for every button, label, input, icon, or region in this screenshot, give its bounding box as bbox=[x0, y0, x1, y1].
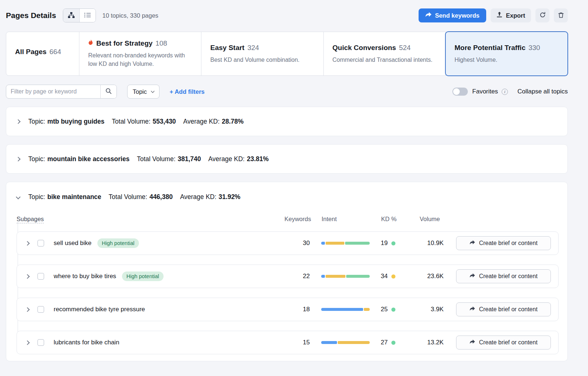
create-brief-label: Create brief or content bbox=[479, 240, 537, 246]
export-button[interactable]: Export bbox=[491, 8, 531, 22]
tab-head: Easy Start 324 bbox=[210, 44, 314, 52]
tab-quick-conversions[interactable]: Quick Conversions 524 Commercial and Tra… bbox=[323, 32, 446, 76]
refresh-button[interactable] bbox=[535, 8, 549, 22]
create-brief-button[interactable]: Create brief or content bbox=[456, 336, 551, 350]
subpage-name: recommended bike tyre pressure bbox=[54, 306, 145, 313]
subpages-column-header[interactable]: Subpages bbox=[17, 216, 44, 223]
tab-description: Relevant non-branded keywords with low K… bbox=[88, 51, 192, 68]
create-brief-label: Create brief or content bbox=[479, 339, 537, 346]
list-view-button[interactable] bbox=[79, 9, 96, 22]
tab-description: Best KD and Volume combination. bbox=[210, 56, 314, 64]
expand-row-button[interactable] bbox=[17, 232, 37, 255]
topic-label: Topic: bbox=[28, 193, 45, 201]
volume-value: 3.9K bbox=[415, 306, 444, 313]
search-button[interactable] bbox=[100, 85, 116, 98]
sitemap-view-icon bbox=[68, 12, 75, 19]
tab-best-for-strategy[interactable]: Best for Strategy 108 Relevant non-brand… bbox=[79, 32, 201, 76]
favorites-label: Favorites bbox=[472, 88, 498, 95]
tab-more-potential-traffic[interactable]: More Potential Traffic 330 Highest Volum… bbox=[445, 32, 568, 76]
forward-arrow-icon bbox=[469, 273, 475, 280]
tab-count: 330 bbox=[528, 44, 540, 52]
pages-details-page: Pages Details 10 topics, 330 pages Send … bbox=[0, 0, 588, 361]
topic-name: mtb buying guides bbox=[47, 118, 105, 125]
expand-row-button[interactable] bbox=[17, 265, 37, 288]
delete-button[interactable] bbox=[554, 8, 568, 22]
export-icon bbox=[496, 12, 502, 19]
tree-view-button[interactable] bbox=[63, 9, 79, 22]
send-keywords-label: Send keywords bbox=[435, 12, 480, 19]
tab-count: 524 bbox=[399, 44, 411, 52]
topic-name: bike maintenance bbox=[47, 193, 101, 201]
kd-column-header: KD % bbox=[381, 216, 408, 223]
intent-bar bbox=[321, 275, 370, 278]
tab-label: More Potential Traffic bbox=[455, 44, 526, 52]
average-kd-value: 23.81% bbox=[247, 155, 269, 163]
tab-label: Easy Start bbox=[210, 44, 244, 52]
send-keywords-button[interactable]: Send keywords bbox=[419, 8, 486, 22]
expand-row-button[interactable] bbox=[17, 298, 37, 321]
tab-head: Best for Strategy 108 bbox=[88, 39, 192, 47]
tab-description: Highest Volume. bbox=[455, 56, 559, 64]
keywords-count: 22 bbox=[284, 273, 310, 280]
chevron-right-icon bbox=[25, 340, 30, 345]
expand-topic-button[interactable] bbox=[15, 120, 21, 123]
chevron-down-icon bbox=[16, 195, 21, 199]
expand-row-button[interactable] bbox=[17, 331, 37, 354]
tab-label: Best for Strategy bbox=[96, 39, 153, 47]
row-checkbox[interactable] bbox=[37, 240, 44, 246]
high-potential-badge: High potential bbox=[122, 272, 164, 281]
average-kd-label: Average KD: bbox=[180, 193, 216, 201]
topic-label: Topic: bbox=[28, 155, 45, 163]
create-brief-label: Create brief or content bbox=[479, 306, 537, 313]
tab-label: Quick Conversions bbox=[333, 44, 396, 52]
tab-count: 108 bbox=[155, 39, 167, 47]
row-checkbox[interactable] bbox=[37, 306, 44, 313]
tab-head: Quick Conversions 524 bbox=[333, 44, 437, 52]
tab-easy-start[interactable]: Easy Start 324 Best KD and Volume combin… bbox=[201, 32, 323, 76]
volume-value: 13.2K bbox=[415, 339, 444, 346]
chevron-right-icon bbox=[25, 274, 30, 279]
topic-name: mountain bike accessories bbox=[47, 155, 130, 163]
list-view-icon bbox=[84, 13, 91, 19]
keywords-count: 18 bbox=[284, 306, 310, 313]
collapse-all-topics-link[interactable]: Collapse all topics bbox=[517, 88, 568, 95]
tab-all-pages[interactable]: All Pages 664 bbox=[6, 32, 79, 76]
create-brief-button[interactable]: Create brief or content bbox=[456, 302, 551, 316]
info-icon[interactable]: i bbox=[502, 89, 508, 95]
chevron-right-icon bbox=[25, 241, 30, 246]
create-brief-label: Create brief or content bbox=[479, 273, 537, 280]
keywords-column-header: Keywords bbox=[284, 216, 310, 223]
row-checkbox[interactable] bbox=[37, 339, 44, 346]
tab-count: 664 bbox=[50, 48, 61, 56]
search-input[interactable] bbox=[6, 85, 100, 98]
total-volume-value: 381,740 bbox=[178, 155, 201, 163]
add-filters-link[interactable]: + Add filters bbox=[170, 88, 205, 95]
create-brief-button[interactable]: Create brief or content bbox=[456, 269, 551, 283]
search-icon bbox=[105, 88, 112, 95]
chevron-right-icon bbox=[16, 119, 21, 124]
kd-dot bbox=[391, 341, 395, 345]
high-potential-badge: High potential bbox=[97, 238, 139, 248]
top-bar: Pages Details 10 topics, 330 pages Send … bbox=[6, 8, 568, 23]
intent-bar bbox=[321, 341, 370, 344]
create-brief-button[interactable]: Create brief or content bbox=[456, 236, 551, 250]
topic-dropdown[interactable]: Topic bbox=[127, 85, 159, 99]
average-kd-value: 31.92% bbox=[219, 193, 240, 201]
row-checkbox[interactable] bbox=[37, 273, 44, 280]
favorites-toggle[interactable] bbox=[452, 88, 468, 96]
topic-row-bike-maintenance: Topic: bike maintenance Total Volume: 44… bbox=[6, 182, 568, 361]
chevron-down-icon bbox=[151, 89, 154, 93]
kd-cell: 27 bbox=[381, 339, 407, 346]
topic-row-mountain-bike-accessories: Topic: mountain bike accessories Total V… bbox=[6, 144, 568, 174]
collapse-topic-button[interactable] bbox=[15, 195, 21, 199]
total-volume-value: 446,380 bbox=[150, 193, 173, 201]
total-volume-value: 553,430 bbox=[153, 118, 176, 125]
name-cell: sell used bike High potential bbox=[54, 238, 284, 248]
keywords-count: 30 bbox=[284, 240, 310, 247]
forward-arrow-icon bbox=[469, 240, 475, 246]
expand-topic-button[interactable] bbox=[15, 157, 21, 161]
kd-dot bbox=[391, 308, 395, 312]
subpage-name: where to buy bike tires bbox=[54, 273, 116, 280]
topic-line: Topic: mtb buying guides Total Volume: 5… bbox=[15, 118, 244, 125]
intent-column-header: Intent bbox=[322, 216, 370, 223]
